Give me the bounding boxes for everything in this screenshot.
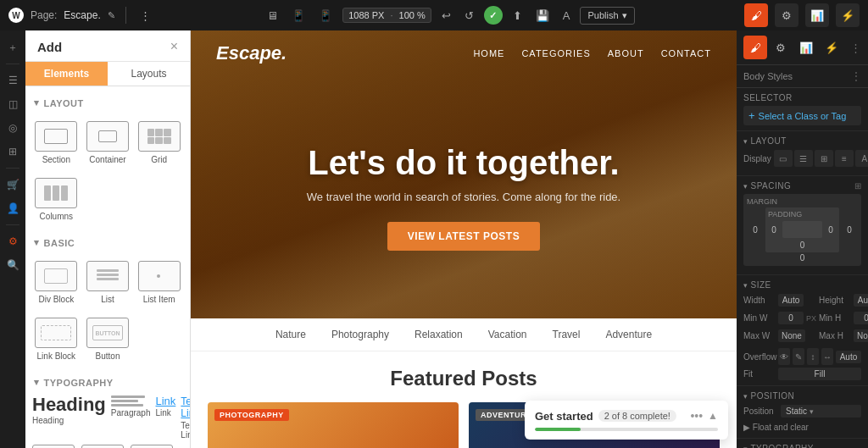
cat-adventure[interactable]: Adventure — [605, 329, 652, 340]
redo-icon[interactable]: ↺ — [461, 8, 477, 24]
li-assets-icon[interactable]: ◎ — [3, 118, 23, 138]
selector-button[interactable]: + Select a Class or Tag — [743, 106, 861, 125]
padding-right-val[interactable]: 0 — [825, 225, 837, 235]
display-inline-block-btn[interactable]: A — [855, 150, 868, 167]
toast-progress-fill — [535, 428, 581, 431]
layout-item-section[interactable]: Section — [32, 116, 81, 169]
desktop-icon[interactable]: 🖥 — [264, 8, 281, 24]
typo-item-heading[interactable]: Heading Heading — [32, 395, 106, 440]
position-val[interactable]: Static ▾ — [781, 405, 861, 418]
margin-left-val[interactable]: 0 — [747, 225, 764, 235]
sidebar-close-button[interactable]: × — [170, 39, 178, 54]
undo-icon[interactable]: ↩ — [438, 8, 454, 24]
maxh-val[interactable]: None — [854, 329, 868, 342]
nav-home[interactable]: HOME — [473, 48, 504, 58]
wp-icon[interactable]: W — [8, 8, 24, 23]
rs-spacing-panel: Spacing ⊞ MARGIN 0 PADDING 0 0 0 — [737, 176, 868, 275]
toast-collapse-icon[interactable]: ▲ — [708, 410, 718, 422]
padding-bottom-val[interactable]: 0 — [797, 241, 809, 250]
tab-elements[interactable]: Elements — [25, 62, 108, 86]
featured-post-photography[interactable]: PHOTOGRAPHY — [208, 402, 459, 448]
nav-contact[interactable]: CONTACT — [661, 48, 711, 58]
cat-photography[interactable]: Photography — [331, 329, 389, 340]
display-row: Display ▭ ☰ ⊞ ≡ A — — [743, 150, 861, 167]
body-styles-dots[interactable]: ⋮ — [851, 70, 861, 82]
display-flex-btn[interactable]: ☰ — [794, 150, 813, 167]
gear-tool-icon[interactable]: ⚙ — [775, 3, 798, 27]
margin-right-val[interactable]: 0 — [841, 225, 858, 235]
overflow-h-icon[interactable]: ↔ — [821, 348, 833, 365]
li-users-icon[interactable]: 👤 — [3, 198, 23, 218]
typo-item-paragraph[interactable]: Paragraph — [111, 395, 151, 440]
toast-more-icon[interactable]: ••• — [690, 409, 703, 423]
spacing-expand-icon[interactable]: ⊞ — [854, 181, 861, 191]
typo-item-richtext[interactable]: Rich Text — [131, 445, 173, 448]
bolt-tool-icon[interactable]: ⚡ — [836, 3, 860, 27]
height-val[interactable]: Auto — [854, 294, 868, 307]
rs-tab-settings[interactable]: ⚙ — [769, 36, 793, 59]
layout-item-grid[interactable]: Grid — [135, 116, 183, 169]
listitem-icon — [138, 261, 181, 291]
font-icon[interactable]: A — [559, 8, 574, 24]
layout-item-columns[interactable]: Columns — [32, 173, 81, 226]
cat-travel[interactable]: Travel — [553, 329, 581, 340]
width-val[interactable]: Auto — [778, 294, 804, 307]
basic-item-button[interactable]: BUTTON Button — [84, 312, 132, 366]
li-add-icon[interactable]: ＋ — [3, 37, 23, 58]
typo-item-text[interactable]: Text Block — [32, 445, 75, 448]
basic-item-list[interactable]: List — [84, 256, 132, 309]
li-search-icon[interactable]: 🔍 — [3, 255, 23, 275]
basic-item-divblock[interactable]: Div Block — [32, 256, 81, 309]
fit-val[interactable]: Fill — [778, 368, 861, 380]
mobile-icon[interactable]: 📱 — [315, 8, 336, 24]
cat-nature[interactable]: Nature — [275, 329, 306, 340]
display-grid-btn[interactable]: ⊞ — [815, 150, 833, 167]
chart-tool-icon[interactable]: 📊 — [805, 3, 829, 27]
padding-left-val[interactable]: 0 — [768, 225, 780, 235]
layout-item-container[interactable]: Container — [84, 116, 132, 169]
basic-item-linkblock[interactable]: Link Block — [32, 312, 81, 366]
overflow-eye-icon[interactable]: 👁 — [778, 348, 790, 365]
publish-button[interactable]: Publish ▾ — [580, 7, 634, 25]
overflow-v-icon[interactable]: ↕ — [807, 348, 819, 365]
display-inline-btn[interactable]: ≡ — [835, 150, 854, 167]
nav-categories[interactable]: CATEGORIES — [521, 48, 590, 58]
hero-nav: Escape. HOME CATEGORIES ABOUT CONTACT — [191, 30, 737, 76]
share-icon[interactable]: ⬆ — [509, 8, 526, 24]
li-pages-icon[interactable]: ☰ — [3, 70, 23, 91]
overflow-pencil-icon[interactable]: ✎ — [793, 348, 804, 365]
li-settings-icon[interactable]: ⚙ — [3, 231, 23, 252]
typo-item-blockquote[interactable]: Block Quote — [80, 445, 125, 448]
tablet-icon[interactable]: 📱 — [288, 8, 309, 24]
margin-row: 0 PADDING 0 0 0 0 — [747, 207, 858, 252]
sidebar-tabs: Elements Layouts — [25, 62, 190, 86]
edit-pencil-icon[interactable]: ✎ — [108, 10, 115, 21]
li-cms-icon[interactable]: ⊞ — [3, 141, 23, 162]
rs-tab-custom[interactable]: ⚡ — [820, 36, 843, 59]
brush-tool-icon[interactable]: 🖌 — [744, 3, 768, 27]
cat-relaxation[interactable]: Relaxation — [415, 329, 463, 340]
overflow-val[interactable]: Auto — [836, 351, 861, 363]
typo-item-textlink[interactable]: Text Link Text Link — [181, 395, 190, 440]
minw-val[interactable]: 0 — [778, 312, 804, 324]
tab-layouts[interactable]: Layouts — [108, 62, 190, 86]
li-ecomm-icon[interactable]: 🛒 — [3, 174, 23, 195]
topbar-dots-icon[interactable]: ⋮ — [136, 8, 154, 24]
width-key: Width — [743, 296, 776, 305]
li-layers-icon[interactable]: ◫ — [3, 94, 23, 114]
hero-cta-button[interactable]: View Latest Posts — [387, 222, 540, 251]
cat-vacation[interactable]: Vacation — [488, 329, 527, 340]
rs-tab-interactions[interactable]: 📊 — [794, 36, 818, 59]
margin-bottom-val[interactable]: 0 — [794, 253, 811, 263]
display-block-btn[interactable]: ▭ — [774, 150, 793, 167]
maxw-val[interactable]: None — [778, 329, 805, 342]
save-icon[interactable]: 💾 — [532, 8, 553, 24]
minh-val[interactable]: 0 — [854, 312, 868, 324]
typo-item-link[interactable]: Link Link — [156, 395, 176, 440]
typo-row-1: Heading Heading Paragraph Link Link — [32, 395, 183, 440]
basic-item-listitem[interactable]: List Item — [135, 256, 183, 309]
rs-tab-styles[interactable]: 🖌 — [743, 36, 767, 59]
rs-more-icon[interactable]: ⋮ — [850, 41, 861, 54]
nav-about[interactable]: ABOUT — [608, 48, 644, 58]
minw-key: Min W — [743, 313, 776, 323]
